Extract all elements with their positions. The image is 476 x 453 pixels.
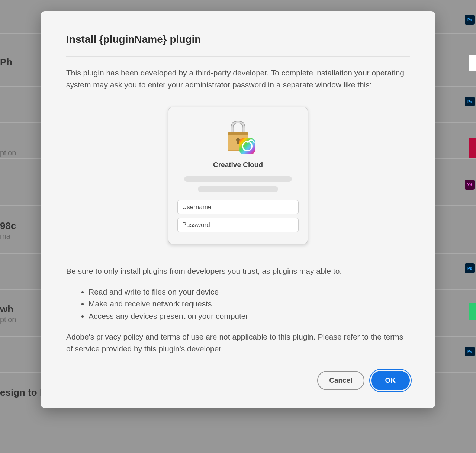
svg-rect-1 bbox=[228, 132, 248, 135]
warning-intro-text: Be sure to only install plugins from dev… bbox=[66, 265, 410, 277]
cancel-button[interactable]: Cancel bbox=[317, 371, 364, 390]
svg-rect-4 bbox=[237, 140, 239, 144]
install-plugin-modal: Install {pluginName} plugin This plugin … bbox=[41, 11, 435, 408]
modal-button-row: Cancel OK bbox=[66, 371, 410, 390]
modal-title: Install {pluginName} plugin bbox=[66, 33, 410, 57]
modal-backdrop: Install {pluginName} plugin This plugin … bbox=[0, 0, 476, 453]
modal-intro-text: This plugin has been developed by a thir… bbox=[66, 67, 410, 90]
lock-icon-container bbox=[176, 118, 300, 154]
prompt-title: Creative Cloud bbox=[176, 161, 300, 169]
warning-item: Read and write to files on your device bbox=[89, 286, 410, 298]
skeleton-line bbox=[184, 176, 292, 182]
password-field-example: Password bbox=[177, 218, 299, 232]
skeleton-line bbox=[198, 186, 278, 192]
privacy-note-text: Adobe's privacy policy and terms of use … bbox=[66, 331, 410, 354]
password-prompt-example: Creative Cloud Username Password bbox=[168, 107, 308, 244]
creative-cloud-badge-icon bbox=[239, 138, 255, 154]
warning-item: Access any devices present on your compu… bbox=[89, 310, 410, 322]
username-field-example: Username bbox=[177, 200, 299, 214]
ok-button[interactable]: OK bbox=[371, 371, 410, 390]
warning-item: Make and receive network requests bbox=[89, 298, 410, 310]
warning-list: Read and write to files on your device M… bbox=[66, 286, 410, 322]
